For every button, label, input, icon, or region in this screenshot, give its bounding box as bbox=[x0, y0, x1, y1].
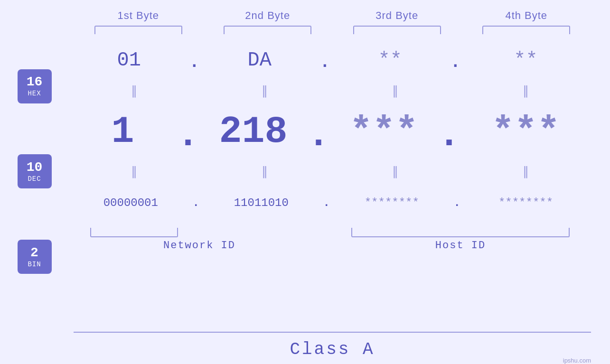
dec-row: 1 . 218 . *** . *** bbox=[69, 101, 591, 162]
dec-dot-1: . bbox=[177, 113, 199, 157]
bin-badge: 2 BIN bbox=[18, 240, 52, 274]
dec-badge-number: 10 bbox=[27, 160, 43, 175]
dec-byte-1: 1 bbox=[69, 110, 177, 153]
data-grid: 01 . DA . ** . ** ∥ ∥ ∥ bbox=[69, 39, 610, 328]
eq1-1: ∥ bbox=[69, 84, 199, 99]
bin-byte-3: ******** bbox=[330, 196, 454, 209]
bin-badge-number: 2 bbox=[30, 246, 38, 261]
dec-byte-2-group: 218 . bbox=[199, 110, 330, 153]
dec-byte-2: 218 bbox=[199, 110, 307, 153]
eq2-3: ∥ bbox=[330, 164, 460, 179]
bin-badge-label: BIN bbox=[28, 261, 41, 268]
dec-badge: 10 DEC bbox=[18, 154, 52, 188]
network-id-wrapper: Network ID bbox=[69, 240, 330, 252]
byte-label-2: 2nd Byte bbox=[245, 9, 290, 21]
bin-dot-1: . bbox=[193, 196, 199, 209]
byte-col-3: 3rd Byte bbox=[332, 9, 462, 22]
hex-byte-1: 01 bbox=[69, 49, 189, 72]
equals-row-2: ∥ ∥ ∥ ∥ bbox=[69, 162, 591, 181]
bin-byte-4-group: ******** bbox=[460, 196, 591, 209]
bin-byte-2: 11011010 bbox=[199, 196, 323, 209]
dec-dot-2: . bbox=[307, 113, 330, 157]
hex-badge: 16 HEX bbox=[18, 69, 52, 103]
bottom-bracket-row bbox=[69, 228, 591, 237]
dec-byte-4: *** bbox=[460, 110, 591, 153]
dec-badge-label: DEC bbox=[28, 175, 41, 183]
hex-byte-1-group: 01 . bbox=[69, 49, 199, 72]
hex-byte-2-group: DA . bbox=[199, 49, 330, 72]
top-brackets bbox=[74, 26, 610, 34]
hex-row: 01 . DA . ** . ** bbox=[69, 39, 591, 82]
eq1-2: ∥ bbox=[199, 84, 330, 99]
bin-byte-2-group: 11011010 . bbox=[199, 196, 330, 209]
hex-badge-number: 16 bbox=[27, 75, 43, 90]
eq2-2: ∥ bbox=[199, 164, 330, 179]
hex-dot-2: . bbox=[319, 53, 330, 72]
byte-label-1: 1st Byte bbox=[118, 9, 159, 21]
top-bracket-1 bbox=[94, 26, 182, 34]
net-bracket bbox=[90, 228, 178, 237]
hex-byte-3-group: ** . bbox=[330, 49, 460, 72]
bin-byte-3-group: ******** . bbox=[330, 196, 460, 209]
watermark: ipshu.com bbox=[563, 357, 591, 364]
top-bracket-4 bbox=[482, 26, 570, 34]
byte-label-3: 3rd Byte bbox=[375, 9, 418, 21]
bracket-col-1 bbox=[74, 26, 203, 34]
net-bracket-col1 bbox=[69, 228, 199, 237]
network-id-label: Network ID bbox=[163, 240, 235, 252]
byte-col-4: 4th Byte bbox=[462, 9, 591, 22]
content-area: 16 HEX 10 DEC 2 BIN 01 . DA bbox=[0, 39, 610, 328]
host-id-label: Host ID bbox=[435, 240, 486, 252]
badges-column: 16 HEX 10 DEC 2 BIN bbox=[0, 39, 69, 328]
byte-col-2: 2nd Byte bbox=[203, 9, 333, 22]
bracket-col-4 bbox=[462, 26, 591, 34]
hex-byte-2: DA bbox=[199, 49, 319, 72]
class-row: Class A ipshu.com bbox=[74, 332, 591, 364]
hex-badge-label: HEX bbox=[28, 90, 41, 97]
host-bracket bbox=[351, 228, 570, 237]
top-bracket-3 bbox=[353, 26, 441, 34]
dec-byte-4-group: *** bbox=[460, 110, 591, 153]
hex-byte-4-group: ** bbox=[460, 49, 591, 72]
bin-byte-1-group: 00000001 . bbox=[69, 196, 199, 209]
class-label: Class A bbox=[290, 340, 375, 359]
host-id-wrapper: Host ID bbox=[330, 240, 591, 252]
byte-col-1: 1st Byte bbox=[74, 9, 203, 22]
eq2-1: ∥ bbox=[69, 164, 199, 179]
eq1-4: ∥ bbox=[460, 84, 591, 99]
hex-byte-4: ** bbox=[460, 49, 591, 72]
byte-label-4: 4th Byte bbox=[505, 9, 547, 21]
bracket-col-2 bbox=[203, 26, 333, 34]
bin-dot-3: . bbox=[454, 196, 460, 209]
bin-byte-1: 00000001 bbox=[69, 196, 193, 209]
bin-dot-2: . bbox=[323, 196, 330, 209]
id-labels-row: Network ID Host ID bbox=[69, 240, 591, 252]
main-container: 1st Byte 2nd Byte 3rd Byte 4th Byte bbox=[0, 0, 610, 364]
dec-byte-3-group: *** . bbox=[330, 110, 460, 153]
bin-row: 00000001 . 11011010 . ******** . *******… bbox=[69, 181, 591, 224]
top-bracket-2 bbox=[224, 26, 311, 34]
hex-dot-1: . bbox=[189, 53, 199, 72]
host-bracket-cols bbox=[330, 228, 591, 237]
hex-byte-3: ** bbox=[330, 49, 450, 72]
dec-byte-1-group: 1 . bbox=[69, 110, 199, 153]
equals-row-1: ∥ ∥ ∥ ∥ bbox=[69, 82, 591, 101]
byte-headers: 1st Byte 2nd Byte 3rd Byte 4th Byte bbox=[74, 0, 610, 22]
dec-dot-3: . bbox=[438, 113, 460, 157]
dec-byte-3: *** bbox=[330, 110, 438, 153]
eq1-3: ∥ bbox=[330, 84, 460, 99]
eq2-4: ∥ bbox=[460, 164, 591, 179]
bin-byte-4: ******** bbox=[460, 196, 591, 209]
bracket-col-3 bbox=[332, 26, 462, 34]
hex-dot-3: . bbox=[450, 53, 460, 72]
